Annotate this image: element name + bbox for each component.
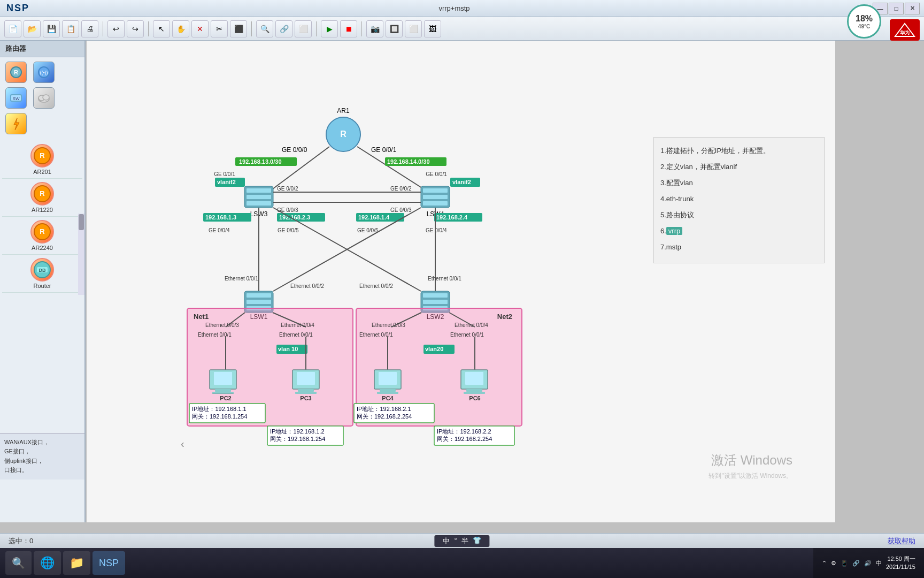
sidebar-icon-group: R ((•)) SW xyxy=(0,57,84,139)
node-lsw4[interactable] xyxy=(421,186,450,208)
gauge-temp: 49°C xyxy=(858,24,870,29)
svg-rect-47 xyxy=(295,392,317,394)
svg-rect-52 xyxy=(379,372,397,385)
sidebar-item-switch[interactable]: SW xyxy=(4,87,28,109)
svg-rect-56 xyxy=(465,372,483,385)
topology-diagram[interactable]: R AR1 GE 0/0/0 192.168.13.0/30 GE 0/0/1 … xyxy=(87,41,525,453)
tray-speaker-icon[interactable]: 🔊 xyxy=(864,560,872,567)
taskbar-search[interactable]: 🔍 xyxy=(5,551,32,575)
eth-lsw1-001-label: Ethernet 0/0/1 xyxy=(225,276,258,282)
sidebar-desc: WAN/AUX接口，GE接口，侧uplink接口，口接口。 xyxy=(4,438,80,475)
toolbar-save[interactable]: 💾 xyxy=(43,20,60,37)
note-highlight-vrrp: vrrp xyxy=(666,227,682,235)
toolbar-zoom-area[interactable]: ⬜ xyxy=(295,20,312,37)
toolbar-redo[interactable]: ↪ xyxy=(127,20,144,37)
clock-date: 2021/11/15 xyxy=(886,563,915,571)
windows-activate-sub: 转到"设置"以激活 Windows。 xyxy=(709,471,792,481)
input-mode-sep: ° xyxy=(454,536,457,546)
sidebar-title: 路由器 xyxy=(0,41,84,57)
scroll-left-arrow[interactable]: ‹ xyxy=(181,438,184,450)
sidebar-item-router1[interactable]: R xyxy=(4,62,28,83)
toolbar-cut[interactable]: ✂ xyxy=(211,20,228,37)
eth-pc3-001-label: Ethernet 0/0/1 xyxy=(279,332,313,338)
toolbar-print[interactable]: 🖨 xyxy=(81,20,98,37)
taskbar-browser[interactable]: 🌐 xyxy=(34,551,61,575)
taskbar-nsp[interactable]: NSP xyxy=(93,551,125,575)
svg-text:华为: 华为 xyxy=(899,30,910,35)
svg-marker-11 xyxy=(14,118,19,130)
cloud-icon xyxy=(33,87,55,109)
input-mode-half[interactable]: 半 xyxy=(461,536,468,546)
toolbar-text[interactable]: ⬛ xyxy=(230,20,247,37)
ar1220-icon: R xyxy=(30,182,54,206)
svg-rect-48 xyxy=(297,372,315,385)
get-help-link[interactable]: 获取帮助 xyxy=(888,536,915,546)
clock-display[interactable]: 12:50 周一 2021/11/15 xyxy=(886,555,915,572)
app-logo: NSP xyxy=(0,3,36,14)
tray-network-icon[interactable]: 🔗 xyxy=(852,560,860,567)
pc2-ip-line2: 网关：192.168.1.254 xyxy=(192,413,247,420)
sidebar-item-ar2240[interactable]: R AR2240 xyxy=(2,217,82,255)
node-ar1[interactable]: R AR1 xyxy=(326,107,360,151)
toolbar-image[interactable]: 🖼 xyxy=(424,20,441,37)
pc4-ip-line2: 网关：192.168.2.254 xyxy=(357,413,412,420)
tray-settings-icon[interactable]: ⚙ xyxy=(831,560,836,567)
sep4 xyxy=(316,21,317,36)
node-lsw3[interactable] xyxy=(244,186,273,208)
sidebar-scrollbar[interactable] xyxy=(78,214,84,295)
toolbar-layout1[interactable]: 🔲 xyxy=(386,20,403,37)
svg-rect-34 xyxy=(247,300,271,304)
window-controls: — □ ✕ xyxy=(873,3,924,14)
close-button[interactable]: ✕ xyxy=(905,3,920,14)
svg-rect-41 xyxy=(215,389,231,392)
toolbar-open[interactable]: 📂 xyxy=(24,20,41,37)
svg-text:SW: SW xyxy=(13,96,20,101)
svg-rect-50 xyxy=(380,389,396,392)
toolbar-snapshot[interactable]: 📷 xyxy=(366,20,383,37)
label-pc3: PC3 xyxy=(300,395,311,401)
toolbar-stop[interactable]: ⏹ xyxy=(340,20,357,37)
windows-activate-title: 激活 Windows xyxy=(711,452,792,469)
sidebar-item-lightning[interactable] xyxy=(4,113,28,134)
toolbar-play[interactable]: ▶ xyxy=(321,20,338,37)
toolbar-zoom-fit[interactable]: 🔗 xyxy=(275,20,292,37)
toolbar-select[interactable]: ↖ xyxy=(153,20,170,37)
tray-lang-icon[interactable]: 中 xyxy=(876,559,882,567)
toolbar-zoom-in[interactable]: 🔍 xyxy=(256,20,273,37)
nsp-icon: NSP xyxy=(99,558,119,569)
main-canvas[interactable]: R AR1 GE 0/0/0 192.168.13.0/30 GE 0/0/1 … xyxy=(87,41,835,522)
toolbar-new[interactable]: 📄 xyxy=(4,20,21,37)
sidebar-item-cloud[interactable] xyxy=(32,87,56,109)
taskbar-explorer[interactable]: 📁 xyxy=(63,551,90,575)
svg-rect-55 xyxy=(464,392,485,394)
svg-rect-29 xyxy=(423,188,448,193)
label-ar1-ge000: GE 0/0/0 xyxy=(282,146,307,154)
sidebar-item-router[interactable]: DB Router xyxy=(2,255,82,293)
input-mode-zh[interactable]: 中 xyxy=(443,536,450,546)
toolbar-hand[interactable]: ✋ xyxy=(172,20,189,37)
eth-pc3-label: Ethernet 0/0/4 xyxy=(281,322,314,328)
input-mode-icon[interactable]: 👕 xyxy=(473,536,481,546)
svg-rect-27 xyxy=(247,201,271,206)
router-icon: R xyxy=(5,62,27,83)
toolbar-layout2[interactable]: ⬜ xyxy=(405,20,422,37)
tray-arrow-icon[interactable]: ⌃ xyxy=(822,560,827,567)
tray-device-icon[interactable]: 📱 xyxy=(841,560,848,567)
lsw4-ge004-label: GE 0/0/4 xyxy=(426,227,447,233)
lsw4-ge003-label: GE 0/0/3 xyxy=(390,207,412,213)
toolbar-undo[interactable]: ↩ xyxy=(107,20,125,37)
eth-pc4-001-label: Ethernet 0/0/1 xyxy=(359,332,393,338)
notes-panel: 1.搭建拓扑，分配IP地址，并配置。 2.定义vlan，并配置vlanif 3.… xyxy=(653,137,825,263)
sidebar-item-ar1220[interactable]: R AR1220 xyxy=(2,179,82,217)
svg-text:DB: DB xyxy=(39,268,46,273)
note-item-2: 2.定义vlan，并配置vlanif xyxy=(660,160,818,174)
ar201-label: AR201 xyxy=(33,169,51,175)
label-ar1-lsw3-ip: 192.168.13.0/30 xyxy=(239,158,282,165)
sidebar-item-ar201[interactable]: R AR201 xyxy=(2,141,82,179)
toolbar-delete[interactable]: ✕ xyxy=(191,20,209,37)
toolbar-save2[interactable]: 📋 xyxy=(62,20,79,37)
scroll-thumb[interactable] xyxy=(79,214,84,230)
eth-pc4-label: Ethernet 0/0/3 xyxy=(372,322,405,328)
maximize-button[interactable]: □ xyxy=(889,3,904,14)
sidebar-item-wireless[interactable]: ((•)) xyxy=(32,62,56,83)
